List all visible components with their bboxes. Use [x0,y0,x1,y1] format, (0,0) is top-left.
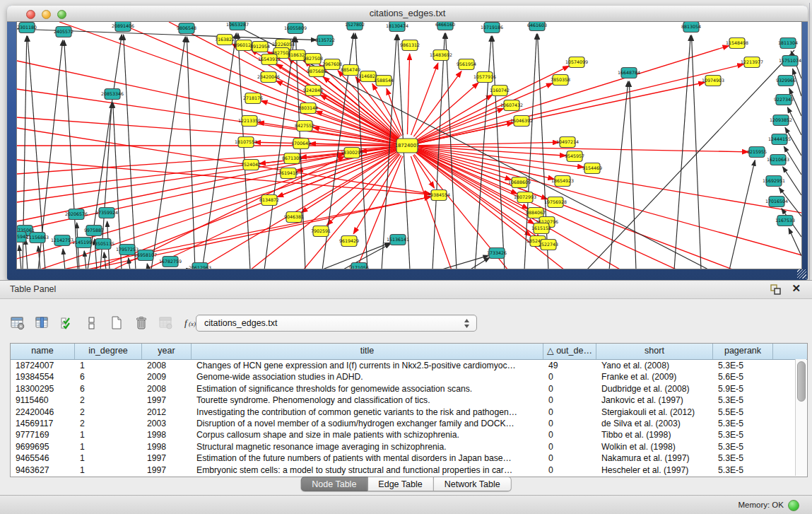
graph-node[interactable]: 17359924 [95,208,118,218]
graph-node[interactable]: 7524042 [241,160,261,170]
graph-edge[interactable] [63,249,65,269]
new-column-button[interactable] [107,314,126,332]
graph-node[interactable]: 20853346 [101,89,124,100]
graph-node[interactable]: 9875685 [307,66,326,77]
graph-node[interactable]: 20206576 [65,209,88,220]
graph-node[interactable]: 17016504 [765,197,788,207]
network-view-window[interactable]: citations_edges.txt 23011802405572208914… [7,6,808,280]
graph-edge[interactable] [151,37,185,269]
graph-node[interactable]: 8215955 [747,147,767,158]
graph-node[interactable]: 11156863 [26,233,49,243]
graph-node[interactable]: 10497214 [556,137,579,148]
graph-node[interactable]: 2301180 [17,23,37,33]
graph-node[interactable]: 8813054 [681,22,701,33]
graph-edge[interactable] [674,35,690,269]
graph-node[interactable]: 10607432 [500,100,523,111]
delete-column-button[interactable] [132,314,151,332]
graph-edge[interactable] [129,258,130,269]
graph-node[interactable]: 23420046 [257,72,280,83]
column-header-pagerank[interactable]: pagerank [713,344,773,359]
graph-node[interactable]: 9171056 [349,263,369,270]
graph-node[interactable]: 16543912 [258,54,281,65]
show-columns-button[interactable] [33,314,52,332]
graph-edge[interactable] [691,35,701,269]
citation-network-graph[interactable]: 2301180240557220891406980654810653287160… [17,22,802,269]
column-header-out_de[interactable]: △ out_de… [543,344,596,359]
graph-node[interactable]: 7850358 [551,75,570,86]
graph-edge[interactable] [17,160,430,194]
window-resize-grip[interactable] [797,269,806,279]
graph-node[interactable]: 9619429 [339,236,359,247]
column-header-year[interactable]: year [142,344,192,359]
table-row[interactable]: 946554611997Estimation of the future num… [11,452,807,464]
graph-edge[interactable] [587,50,794,269]
graph-edge[interactable] [629,81,636,269]
graph-edge[interactable] [418,150,734,269]
graph-node[interactable]: 9827508 [303,54,323,64]
window-titlebar[interactable]: citations_edges.txt [7,6,808,22]
table-row[interactable]: 1456911722003Disruption of a novel membe… [11,418,807,429]
graph-edge[interactable] [418,148,802,213]
graph-node[interactable]: 18072993 [514,192,536,203]
table-row[interactable]: 977716911998Corpus callosum shape and si… [11,429,807,440]
table-row[interactable]: 911546021997Tourette syndrome. Phenomeno… [11,395,807,406]
graph-node[interactable]: 7619416 [278,168,298,179]
graph-edge[interactable] [783,167,801,195]
graph-node[interactable]: 8854749 [341,65,360,76]
graph-node[interactable]: 7902591 [311,226,331,237]
graph-node[interactable]: 18300295 [341,148,363,158]
graph-node[interactable]: 8427552 [295,121,314,132]
graph-node[interactable]: 12213977 [741,57,763,68]
graph-node[interactable]: 15136141 [387,235,409,245]
row-height-button[interactable] [83,314,101,332]
graph-node[interactable]: 9806548 [177,23,196,34]
graph-node[interactable]: 20612963 [189,263,211,270]
column-header-short[interactable]: short [596,344,713,359]
graph-edge[interactable] [59,197,430,269]
graph-node[interactable]: 8135722 [315,35,335,46]
graph-edge[interactable] [729,160,755,269]
graph-node[interactable]: 8134872 [259,195,279,206]
graph-node[interactable]: 16958107 [134,250,157,261]
graph-node[interactable]: 2803144 [298,103,318,114]
graph-node[interactable]: 20891406 [112,22,134,32]
graph-node[interactable]: 18654923 [551,176,574,187]
graph-edge[interactable] [609,81,628,269]
graph-node[interactable]: 9861312 [400,40,420,51]
table-row[interactable]: 1830029562008Estimation of significance … [11,383,807,395]
graph-node[interactable]: 16055809 [284,23,307,34]
graph-node[interactable]: 1811304 [778,38,798,49]
graph-node[interactable]: 15751074 [779,56,801,66]
graph-node[interactable]: 18724007 [395,139,420,153]
graph-node[interactable]: 1167533 [775,216,795,226]
graph-node[interactable]: 18107553 [235,137,257,148]
table-vertical-scrollbar[interactable] [795,359,806,476]
graph-edge[interactable] [353,156,401,234]
graph-node[interactable]: 8671305 [282,153,302,164]
graph-node[interactable]: 9561954 [457,59,476,70]
graph-node[interactable]: 16046392 [510,116,533,127]
tab-network-table[interactable]: Network Table [434,477,512,491]
graph-node[interactable]: 6461603 [527,22,547,31]
graph-edge[interactable] [418,82,705,143]
graph-node[interactable]: 1733426 [487,248,507,259]
graph-node[interactable]: 15483692 [430,50,452,61]
graph-node[interactable]: 10577916 [473,72,496,83]
graph-node[interactable]: 9545957 [565,151,584,162]
graph-node[interactable]: 9975887 [84,226,104,236]
graph-node[interactable]: 9154469 [582,163,602,174]
select-rows-button[interactable] [58,314,76,332]
table-row[interactable]: 1872400712008Changes of HCN gene express… [11,360,807,371]
graph-edge[interactable] [524,34,536,269]
graph-node[interactable]: 2405572 [54,27,73,37]
table-selector-dropdown[interactable]: citations_edges.txt [196,315,477,332]
graph-node[interactable]: 15692951 [763,176,785,187]
graph-node[interactable]: 1588544 [374,76,394,86]
graph-node[interactable]: 1527802 [345,22,365,30]
graph-edge[interactable] [418,64,744,143]
table-row[interactable]: 2242004622012Investigating the contribut… [11,407,807,418]
graph-node[interactable]: 16648784 [618,68,640,78]
graph-node[interactable]: 2718176 [243,93,263,104]
graph-node[interactable]: 1700643 [291,139,311,149]
graph-node[interactable]: 10719186 [481,23,503,33]
